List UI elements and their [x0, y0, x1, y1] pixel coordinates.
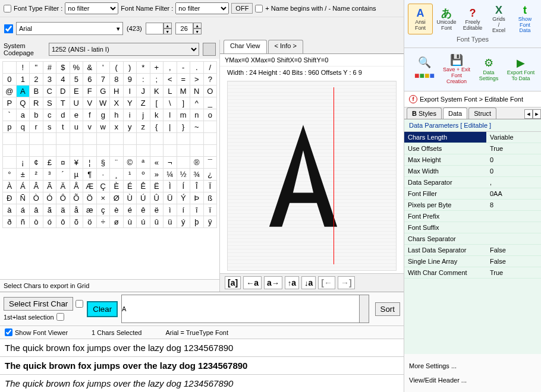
clear-button[interactable]: Clear — [87, 301, 118, 317]
char-cell[interactable]: ¦ — [83, 157, 97, 169]
char-cell[interactable]: O — [203, 86, 217, 97]
char-cell[interactable]: Ï — [203, 181, 217, 192]
char-cell[interactable]: C — [43, 86, 56, 97]
char-cell[interactable]: ] — [177, 97, 190, 109]
char-cell[interactable]: % — [70, 62, 83, 74]
tool-shift-down[interactable]: ↓a — [301, 276, 316, 289]
filter-enable-checkbox[interactable] — [4, 5, 11, 12]
param-value[interactable]: True — [486, 267, 541, 279]
font-size-input[interactable] — [175, 23, 193, 34]
char-cell[interactable]: a — [16, 109, 30, 121]
char-cell[interactable] — [190, 145, 204, 157]
font-type-button[interactable]: XGrids/Excel — [486, 4, 511, 34]
char-cell[interactable]: ? — [203, 74, 217, 86]
char-cell[interactable] — [3, 133, 17, 145]
param-value[interactable]: Variable — [486, 132, 541, 143]
char-cell[interactable]: 2 — [30, 74, 43, 86]
char-cell[interactable]: ã — [43, 204, 56, 216]
char-cell[interactable]: ' — [96, 62, 110, 74]
font-name-select[interactable]: Arial ▾ — [16, 22, 123, 35]
param-row[interactable]: With Char CommentTrue — [404, 267, 541, 279]
char-cell[interactable]: Î — [190, 181, 204, 192]
char-cell[interactable] — [96, 133, 110, 145]
char-cell[interactable]: q — [16, 121, 30, 133]
param-value[interactable]: True — [486, 143, 541, 154]
char-cell[interactable] — [96, 145, 110, 157]
param-value[interactable]: 8 — [486, 200, 541, 211]
char-cell[interactable] — [30, 145, 43, 157]
sort-button[interactable]: Sort — [375, 302, 400, 316]
char-cell[interactable]: è — [110, 204, 124, 216]
char-cell[interactable]: S — [43, 97, 56, 109]
tool-bracket[interactable]: [a] — [225, 276, 241, 289]
char-cell[interactable]: X — [110, 97, 124, 109]
char-cell[interactable]: Û — [150, 192, 163, 204]
char-cell[interactable] — [203, 145, 217, 157]
char-cell[interactable]: Ë — [150, 181, 163, 192]
char-cell[interactable]: ` — [3, 109, 17, 121]
char-cell[interactable]: ± — [16, 169, 30, 181]
char-cell[interactable]: _ — [203, 97, 217, 109]
char-cell[interactable]: ò — [30, 216, 43, 228]
char-cell[interactable]: H — [110, 86, 124, 97]
font-size-spinner[interactable]: ▲▼ — [175, 23, 202, 34]
char-cell[interactable]: + — [150, 62, 163, 74]
char-cell[interactable]: ¹ — [123, 169, 137, 181]
param-value[interactable]: False — [486, 256, 541, 267]
char-cell[interactable]: Ì — [163, 181, 177, 192]
char-cell[interactable]: ì — [163, 204, 177, 216]
char-cell[interactable]: e — [70, 109, 83, 121]
char-cell[interactable] — [163, 133, 177, 145]
char-cell[interactable]: 6 — [83, 74, 97, 86]
char-cell[interactable]: l — [163, 109, 177, 121]
more-settings-link[interactable]: More Settings ... — [409, 359, 536, 373]
param-value[interactable]: 0 — [486, 154, 541, 166]
param-row[interactable]: Max Height0 — [404, 154, 541, 166]
char-cell[interactable]: « — [150, 157, 163, 169]
char-cell[interactable]: # — [43, 62, 56, 74]
char-cell[interactable]: J — [137, 86, 150, 97]
char-cell[interactable]: Þ — [190, 192, 204, 204]
param-row[interactable]: Font Suffix — [404, 222, 541, 233]
up-icon[interactable]: ▲ — [163, 23, 172, 29]
char-cell[interactable] — [150, 133, 163, 145]
char-cell[interactable]: µ — [70, 169, 83, 181]
char-cell[interactable]: ½ — [177, 169, 190, 181]
char-cell[interactable]: ¶ — [83, 169, 97, 181]
char-cell[interactable]: 0 — [3, 74, 17, 86]
char-cell[interactable]: ® — [190, 157, 204, 169]
char-cell[interactable]: E — [70, 86, 83, 97]
down-icon[interactable]: ▼ — [163, 29, 172, 34]
char-cell[interactable]: Ù — [123, 192, 137, 204]
char-cell[interactable]: n — [190, 109, 204, 121]
char-cell[interactable]: û — [150, 216, 163, 228]
char-cell[interactable]: ¸ — [110, 169, 124, 181]
char-cell[interactable]: 1 — [16, 74, 30, 86]
char-cell[interactable]: Ñ — [16, 192, 30, 204]
font-type-filter-select[interactable]: no filter — [65, 2, 118, 14]
char-cell[interactable]: ¤ — [56, 157, 70, 169]
char-cell[interactable]: K — [150, 86, 163, 97]
char-cell[interactable]: Ã — [43, 181, 56, 192]
font-type-button[interactable]: tShowFontData — [512, 4, 537, 34]
char-cell[interactable]: Ý — [177, 192, 190, 204]
char-cell[interactable]: Ö — [83, 192, 97, 204]
char-cell[interactable]: [ — [150, 97, 163, 109]
font-index-input[interactable] — [146, 23, 163, 34]
char-cell[interactable]: F — [83, 86, 97, 97]
char-cell[interactable]: 4 — [56, 74, 70, 86]
font-enable-checkbox[interactable] — [4, 24, 14, 33]
param-value[interactable] — [486, 222, 541, 233]
char-cell[interactable]: ª — [137, 157, 150, 169]
char-cell[interactable]: ü — [163, 216, 177, 228]
char-cell[interactable]: ³ — [43, 169, 56, 181]
char-cell[interactable]: á — [16, 204, 30, 216]
char-cell[interactable]: ó — [43, 216, 56, 228]
char-cell[interactable]: É — [123, 181, 137, 192]
char-cell[interactable]: Ä — [56, 181, 70, 192]
tool-skip-first[interactable]: [← — [318, 276, 335, 289]
param-row[interactable]: Use OffsetsTrue — [404, 143, 541, 154]
char-cell[interactable]: Ê — [137, 181, 150, 192]
char-cell[interactable]: Æ — [83, 181, 97, 192]
tool-shift-up[interactable]: ↑a — [285, 276, 299, 289]
